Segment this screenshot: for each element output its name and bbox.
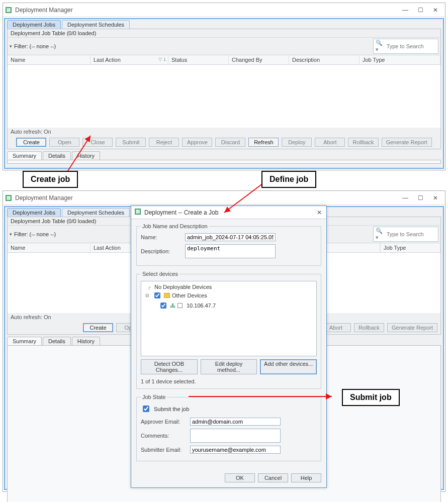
create-button[interactable]: Create [16,138,46,147]
submit-job-checkbox[interactable] [143,406,149,412]
name-label: Name: [141,234,181,240]
approve-button[interactable]: Approve [182,138,212,147]
search-input-2[interactable] [386,231,436,238]
tab-deployment-jobs[interactable]: Deployment Jobs [7,20,61,29]
col-job-type-2[interactable]: Job Type [380,243,440,252]
submit-job-label: Submit the job [154,406,189,412]
generate-report-button[interactable]: Generate Report [382,138,432,147]
dialog-title: Deployment -- Create a Job [144,209,315,216]
rollback-button-2[interactable]: Rollback [354,323,384,332]
help-button[interactable]: Help [291,473,321,482]
col-last-action[interactable]: Last Action ▽ 1 [91,55,168,64]
subtab-details-2[interactable]: Details [43,337,71,345]
comments-input[interactable] [190,429,281,443]
deployment-manager-window: Deployment Manager — ☐ ✕ Deployment Jobs… [3,3,445,170]
app-icon-2 [5,194,12,202]
col-name[interactable]: Name [8,55,91,64]
search-box[interactable]: 🔍▾ [373,39,438,54]
search-input[interactable] [386,43,436,50]
subtab-details[interactable]: Details [43,151,71,160]
app-icon [5,7,12,14]
abort-button[interactable]: Abort [315,138,345,147]
collapse-icon[interactable]: ▾ [10,44,12,49]
subtab-history[interactable]: History [72,151,100,160]
deploy-button[interactable]: Deploy [282,138,312,147]
detail-tabs: Summary Details History [7,151,441,160]
generate-report-button-2[interactable]: Generate Report [387,323,437,332]
approver-email-input[interactable] [190,418,281,426]
detect-oob-button[interactable]: Detect OOB Changes... [141,359,198,374]
svg-rect-7 [136,210,140,214]
close-button[interactable]: Close [82,138,113,147]
group-job-state: Job State Submit the job Approver Email:… [136,394,321,461]
submitter-email-label: Submitter Email: [141,447,186,453]
button-row: Create Open Close Submit Reject Approve … [8,136,440,149]
discard-button[interactable]: Discard [215,138,245,147]
tree-expand-icon[interactable]: ⊟ [145,293,150,298]
dialog-footer: OK Cancel Help [131,470,326,487]
collapse-icon-2[interactable]: ▾ [10,232,12,237]
refresh-button[interactable]: Refresh [248,138,279,147]
group-select-devices: Select devices ┌ No Deployable Devices ⊟… [136,271,321,389]
maximize-button[interactable]: ☐ [416,7,425,14]
device-ip-checkbox[interactable] [160,303,166,309]
tab-deployment-schedules[interactable]: Deployment Schedules [62,20,130,29]
open-button[interactable]: Open [49,138,79,147]
auto-refresh-status: Auto refresh: On [8,128,440,136]
other-devices-checkbox[interactable] [154,292,160,298]
window-buttons: — ☐ ✕ [401,7,443,14]
subtab-summary-2[interactable]: Summary [7,337,42,345]
subtab-summary[interactable]: Summary [7,151,42,160]
reject-button[interactable]: Reject [149,138,179,147]
table-header: Name Last Action ▽ 1 Status Changed By D… [8,55,440,65]
filter-row: ▾ Filter: (-- none --) 🔍▾ [8,38,440,55]
titlebar: Deployment Manager — ☐ ✕ [3,3,445,17]
legend-job-state: Job State [141,394,167,400]
add-other-devices-button[interactable]: Add other devices... [260,359,317,374]
legend-select-devices: Select devices [141,271,180,277]
col-last-action-2[interactable]: Last Action [91,243,136,252]
window-buttons-2: — ☐ ✕ [401,194,443,202]
minimize-button-2[interactable]: — [401,194,410,202]
cancel-button[interactable]: Cancel [258,473,288,482]
description-input[interactable]: deployment [185,244,276,258]
col-status[interactable]: Status [168,55,229,64]
maximize-button-2[interactable]: ☐ [416,194,425,202]
device-tree[interactable]: ┌ No Deployable Devices ⊟ Other Devices … [141,281,317,356]
svg-rect-5 [7,196,11,200]
annotation-define-job: Define job [261,171,316,188]
filter-label[interactable]: Filter: (-- none --) [14,43,56,49]
name-input[interactable] [185,233,276,241]
col-name-2[interactable]: Name [8,243,91,252]
submit-button[interactable]: Submit [116,138,146,147]
dialog-app-icon [134,208,141,217]
device-status-icon [177,303,183,308]
tree-other-devices[interactable]: Other Devices [172,292,207,298]
create-button-2[interactable]: Create [83,323,113,332]
col-description[interactable]: Description [289,55,360,64]
tab-deployment-jobs-2[interactable]: Deployment Jobs [7,208,61,217]
filter-label-2[interactable]: Filter: (-- none --) [14,231,56,237]
device-ip[interactable]: 10.106.47.7 [187,303,216,309]
close-window-button-2[interactable]: ✕ [431,194,440,202]
job-table-panel: Deployment Job Table (0/0 loaded) ▾ Filt… [7,29,441,149]
col-changed-by[interactable]: Changed By [229,55,289,64]
edit-deploy-method-button[interactable]: Edit deploy method... [201,359,257,374]
col-job-type[interactable]: Job Type [360,55,440,64]
svg-rect-1 [7,8,11,12]
col-last-action-label: Last Action [94,57,121,63]
annotation-create-job: Create job [23,171,78,188]
search-box-2[interactable]: 🔍▾ [373,227,438,242]
rollback-button[interactable]: Rollback [348,138,378,147]
dialog-close-button[interactable]: ✕ [315,209,323,216]
tab-deployment-schedules-2[interactable]: Deployment Schedules [62,208,130,217]
close-window-button[interactable]: ✕ [431,7,440,14]
ok-button[interactable]: OK [225,473,255,482]
comments-label: Comments: [141,433,186,439]
search-icon: 🔍▾ [376,40,384,53]
subtab-history-2[interactable]: History [72,337,100,345]
approver-email-label: Approver Email: [141,419,186,425]
detail-panel [7,160,441,164]
submitter-email-input[interactable] [190,446,281,454]
minimize-button[interactable]: — [401,7,410,14]
